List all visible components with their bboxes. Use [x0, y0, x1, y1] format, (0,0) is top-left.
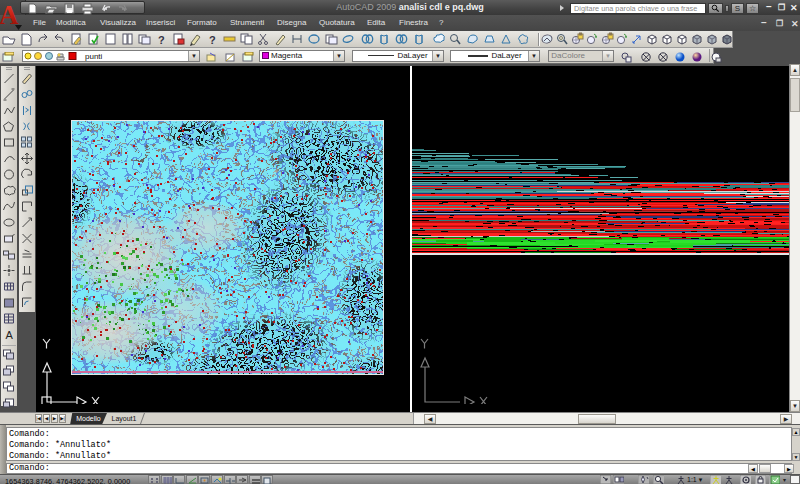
- svg-text:A: A: [6, 329, 14, 341]
- svg-text:?: ?: [209, 34, 216, 46]
- svg-text:?: ?: [158, 34, 165, 46]
